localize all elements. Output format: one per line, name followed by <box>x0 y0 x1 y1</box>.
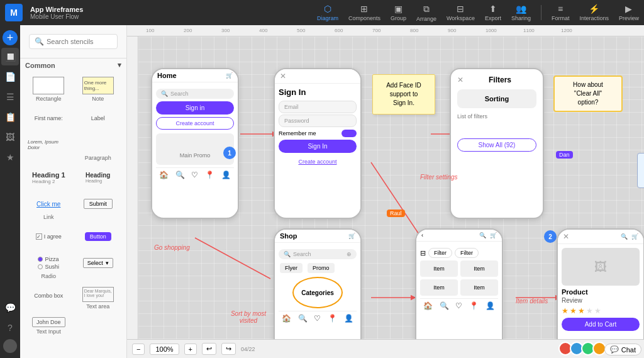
sidebar-item-pages[interactable]: 📄 <box>1 68 19 86</box>
chat-button[interactable]: 💬 Chat <box>604 344 641 355</box>
search-input[interactable] <box>47 38 112 45</box>
tool-arrange[interactable]: ⧉ Arrange <box>416 4 436 22</box>
canvas[interactable]: 100 200 300 400 500 600 700 800 900 1000… <box>127 25 644 358</box>
nav-tools: ⬡ Diagram ⊞ Components ▣ Group ⧉ Arrange… <box>317 4 639 22</box>
home-create-account[interactable]: Create account <box>156 117 234 130</box>
search-stencils[interactable]: 🔍 <box>29 34 118 49</box>
tool-format[interactable]: ≡ Format <box>552 4 570 21</box>
add-to-cart-btn[interactable]: Add to Cart <box>562 318 640 331</box>
phone-product-content: 🖼 Product Review ★ ★ ★ ★ ★ Add to Cart <box>558 244 643 339</box>
sidebar-item-stencils[interactable]: 🔲 <box>1 48 19 65</box>
zoom-in-button[interactable]: + <box>184 344 197 355</box>
item-4[interactable]: Item <box>460 279 498 296</box>
tool-sharing[interactable]: 👥 Sharing <box>511 4 531 21</box>
badge-2: 2 <box>544 230 557 243</box>
filter-icon: ⊟ <box>420 249 426 257</box>
stencil-grid: Rectangle One more thing... Note First n… <box>20 72 126 340</box>
canvas-inner: 100 200 300 400 500 600 700 800 900 1000… <box>127 25 644 358</box>
stencil-heading1[interactable]: Heading 1 Heading 2 <box>25 166 72 190</box>
stencil-select[interactable]: Select ▾ <box>75 252 122 282</box>
shop-search[interactable]: 🔍 Search ⊕ <box>279 249 357 259</box>
filters-header: ✕ Filters <box>457 76 536 84</box>
item-2[interactable]: Item <box>460 260 498 277</box>
sidebar-item-outline[interactable]: ☰ <box>1 88 19 106</box>
show-all-btn[interactable]: Show All (92) <box>457 138 536 152</box>
redo-button[interactable]: ↪ <box>221 343 236 355</box>
stencil-link[interactable]: Click me Link <box>25 193 72 223</box>
add-button[interactable]: + <box>3 30 18 45</box>
filter-chip-1[interactable]: Filter <box>428 248 452 258</box>
filter-chip-2[interactable]: Filter <box>455 248 479 258</box>
product-close[interactable]: ✕ <box>563 232 569 241</box>
zoom-level: 100% <box>150 344 179 355</box>
signin-btn[interactable]: Sign In <box>279 140 357 153</box>
sidebar-item-help[interactable]: ? <box>1 319 19 337</box>
tool-workspace[interactable]: ⊟ Workspace <box>447 4 475 21</box>
search-icon: 🔍 <box>284 251 291 257</box>
badge-1: 1 <box>223 147 236 159</box>
stencil-radio[interactable]: Pizza Sushi Radio <box>25 252 72 282</box>
sidebar-item-user[interactable] <box>3 339 17 353</box>
item-3[interactable]: Item <box>420 279 458 296</box>
list-nav: 🏠 🔍 ♡ 📍 👤 <box>420 298 498 313</box>
chat-icon: 💬 <box>610 345 619 354</box>
panel-header: 🔍 <box>20 25 126 59</box>
stencil-submit[interactable]: Submit <box>75 193 122 223</box>
stencil-paragraph[interactable]: Paragraph <box>75 133 122 164</box>
stencil-textarea[interactable]: Dear Marquis, I love you! Text area <box>75 284 122 312</box>
stencil-heading[interactable]: Heading Heading <box>75 166 122 190</box>
tool-preview[interactable]: ▶ Preview <box>619 4 639 21</box>
badge-raul: Raul <box>387 210 405 217</box>
arrange-icon: ⧉ <box>423 4 430 14</box>
workspace-icon: ⊟ <box>457 4 464 14</box>
stencil-firstname[interactable]: First name: <box>25 107 72 131</box>
design-area[interactable]: Home 🛒 🔍 Search Sign in Create account M… <box>138 36 644 339</box>
app-title: App Wireframes <box>30 6 83 13</box>
remember-toggle[interactable] <box>341 130 357 137</box>
stencil-note[interactable]: One more thing... Note <box>75 74 122 104</box>
home-signin-btn[interactable]: Sign in <box>156 101 234 115</box>
search-icon: 🔍 <box>621 233 628 240</box>
sidebar-item-icons[interactable]: ★ <box>1 148 19 166</box>
stencil-button[interactable]: Button <box>75 225 122 249</box>
password-field[interactable]: Password <box>279 115 357 127</box>
tool-diagram[interactable]: ⬡ Diagram <box>317 4 338 21</box>
sidebar-item-comments[interactable]: 💬 <box>1 299 19 316</box>
filters-close[interactable]: ✕ <box>457 76 464 84</box>
undo-button[interactable]: ↩ <box>202 343 216 355</box>
item-1[interactable]: Item <box>420 260 458 277</box>
promo-tag[interactable]: Promo <box>308 263 335 273</box>
home-search[interactable]: 🔍 Search <box>156 89 234 99</box>
stencil-label[interactable]: Label <box>75 107 122 131</box>
flyer-tag[interactable]: Flyer <box>280 263 303 273</box>
tool-components[interactable]: ⊞ Components <box>348 4 380 21</box>
group-icon: ▣ <box>394 4 402 14</box>
diagram-icon: ⬡ <box>324 4 331 14</box>
label-item-details: Item details <box>516 298 548 305</box>
zoom-out-button[interactable]: − <box>132 344 145 355</box>
tool-export[interactable]: ⬆ Export <box>485 4 501 21</box>
stencil-textinput[interactable]: John Doe Text Input <box>25 315 72 337</box>
list-of-filters: List of filters <box>457 113 536 120</box>
stencil-lorem[interactable]: Lorem, Ipsum Dolor <box>25 133 72 164</box>
create-account-link[interactable]: Create account <box>279 157 357 165</box>
phone-home: Home 🛒 🔍 Search Sign in Create account M… <box>151 68 239 219</box>
sidebar-item-templates[interactable]: 📋 <box>1 108 19 126</box>
phone-product-header: ✕ 🔍 🛒 <box>558 230 643 244</box>
categories-oval[interactable]: Categories <box>292 277 343 308</box>
bottom-bar: − 100% + ↩ ↪ 04/22 💬 Chat <box>127 339 644 358</box>
stencil-checkbox[interactable]: ✓ I agree <box>25 225 72 249</box>
sharing-icon: 👥 <box>516 4 526 14</box>
email-field[interactable]: Email <box>279 101 357 113</box>
sidebar-item-images[interactable]: 🖼 <box>1 128 19 146</box>
stencil-rectangle[interactable]: Rectangle <box>25 74 72 104</box>
components-icon: ⊞ <box>360 4 368 14</box>
cart-icon: 🛒 <box>490 232 497 238</box>
tool-group[interactable]: ▣ Group <box>391 4 406 21</box>
svg-line-2 <box>195 238 270 279</box>
interactions-icon: ⚡ <box>589 4 599 14</box>
stencil-combobox[interactable]: Combo box <box>25 284 72 312</box>
cart-icon: 🛒 <box>631 233 638 240</box>
tool-interactions[interactable]: ⚡ Interactions <box>579 4 609 21</box>
annotation-quantity: Add control to change quantity <box>637 153 644 188</box>
